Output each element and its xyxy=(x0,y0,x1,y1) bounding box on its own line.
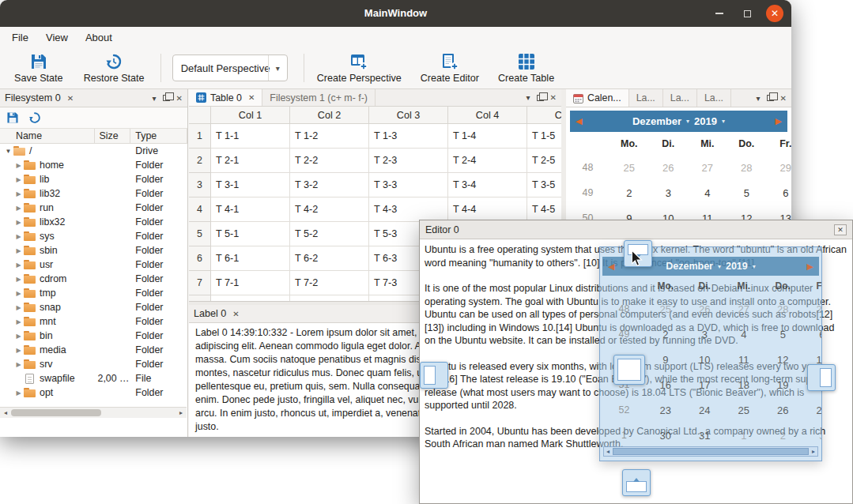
tree-row[interactable]: ▶cdromFolder xyxy=(0,272,187,286)
create-editor-button[interactable]: Create Editor xyxy=(421,52,479,84)
table-cell[interactable]: T 7-1 xyxy=(211,271,290,295)
table-cell[interactable]: T 8-1 xyxy=(211,295,290,302)
drop-indicator-bottom[interactable] xyxy=(622,469,651,496)
calendar-day[interactable]: 2 xyxy=(764,430,803,442)
float-icon[interactable] xyxy=(767,95,774,101)
tree-row[interactable]: ▶homeFolder xyxy=(0,158,187,172)
calendar-day[interactable]: 25 xyxy=(646,303,685,315)
month-select[interactable]: Dezember xyxy=(632,115,681,127)
calendar-day[interactable]: 23 xyxy=(646,404,685,416)
tree-row[interactable]: ▶tmpFolder xyxy=(0,286,187,300)
row-header[interactable]: 6 xyxy=(189,246,211,271)
calendar-day[interactable]: 5 xyxy=(727,187,767,199)
expand-icon[interactable]: ▶ xyxy=(13,205,24,212)
table-cell[interactable]: T 2-3 xyxy=(369,149,448,173)
tree-row[interactable]: ▶sysFolder xyxy=(0,229,187,243)
chevron-down-icon[interactable]: ▾ xyxy=(153,94,157,103)
calendar-day[interactable]: 3 xyxy=(685,329,725,340)
table-cell[interactable]: T 3-5 xyxy=(527,173,561,197)
table-cell[interactable]: T 4-1 xyxy=(211,197,290,222)
close-icon[interactable]: ✕ xyxy=(176,94,183,103)
column-header-type[interactable]: Type xyxy=(130,129,187,143)
column-header[interactable]: Col 2 xyxy=(290,107,369,123)
expand-icon[interactable]: ▶ xyxy=(13,318,24,325)
next-month-icon[interactable]: ▶ xyxy=(776,116,782,126)
close-icon[interactable]: ✕ xyxy=(232,310,239,318)
calendar-day[interactable]: 29 xyxy=(802,303,822,315)
calendar-day[interactable]: 27 xyxy=(802,404,822,416)
calendar-day[interactable]: 31 xyxy=(685,430,725,442)
tab-label-3[interactable]: La... xyxy=(697,89,731,107)
tree-row[interactable]: ▶libx32Folder xyxy=(0,215,187,229)
scrollbar-track[interactable] xyxy=(11,408,176,418)
horizontal-scrollbar[interactable]: ◂ ▸ xyxy=(0,407,187,418)
restore-state-button[interactable]: Restore State xyxy=(84,52,145,84)
year-select[interactable]: 2019 xyxy=(694,115,717,127)
table-cell[interactable]: T 3-4 xyxy=(448,173,527,197)
calendar-day[interactable]: 11 xyxy=(724,354,764,366)
tree-row[interactable]: ▶mntFolder xyxy=(0,314,187,329)
table-cell[interactable]: T 3-2 xyxy=(290,173,369,197)
float-icon[interactable] xyxy=(163,95,170,101)
table-cell[interactable]: T 2-1 xyxy=(211,149,290,173)
maximize-button[interactable] xyxy=(738,5,756,22)
calendar-day[interactable]: 5 xyxy=(764,329,803,340)
expand-icon[interactable]: ▶ xyxy=(13,190,24,197)
calendar-day[interactable]: 17 xyxy=(685,379,725,391)
calendar-day[interactable]: 28 xyxy=(764,303,803,315)
scroll-left-icon[interactable]: ◂ xyxy=(0,409,11,416)
expand-icon[interactable]: ▶ xyxy=(13,276,24,283)
row-header[interactable]: 1 xyxy=(189,124,211,149)
tab-table-0[interactable]: Table 0 ✕ xyxy=(189,89,262,106)
table-cell[interactable]: T 3-1 xyxy=(211,173,290,197)
column-header[interactable]: Col 1 xyxy=(211,107,290,123)
expand-icon[interactable]: ▶ xyxy=(13,361,24,368)
tree-row[interactable]: ▶runFolder xyxy=(0,201,187,215)
expand-icon[interactable]: ▶ xyxy=(13,176,24,183)
tree-row[interactable]: ▶sbinFolder xyxy=(0,243,187,258)
titlebar[interactable]: MainWindow ✕ xyxy=(0,0,791,27)
tab-label-2[interactable]: La... xyxy=(663,89,697,107)
filesystem-dock-titlebar[interactable]: Filesystem 0 ✕ ▾ ✕ xyxy=(0,89,187,107)
row-header[interactable]: 5 xyxy=(189,222,211,246)
row-header[interactable]: 8 xyxy=(189,295,211,302)
chevron-down-icon[interactable]: ▾ xyxy=(527,93,530,102)
expand-icon[interactable]: ▶ xyxy=(13,247,24,254)
tree-row[interactable]: swapfile2,00 …File xyxy=(0,371,187,386)
calendar-day[interactable]: 9 xyxy=(646,354,685,366)
table-cell[interactable]: T 6-1 xyxy=(211,246,290,271)
calendar-day[interactable]: 4 xyxy=(688,187,727,199)
calendar-day[interactable]: 1 xyxy=(724,430,764,442)
tree-row[interactable]: ▶libFolder xyxy=(0,172,187,186)
drop-indicator-center[interactable] xyxy=(613,355,645,385)
tree-row[interactable]: ▶optFolder xyxy=(0,386,187,400)
close-icon[interactable]: ✕ xyxy=(834,224,847,235)
calendar-day[interactable]: 28 xyxy=(727,162,767,174)
tree-row[interactable]: ▶usrFolder xyxy=(0,258,187,272)
tree-row[interactable]: ▼/Drive xyxy=(0,144,187,158)
tree-row[interactable]: ▶snapFolder xyxy=(0,300,187,314)
tree-row[interactable]: ▶mediaFolder xyxy=(0,343,187,357)
table-cell[interactable]: T 1-2 xyxy=(290,124,369,149)
calendar-day[interactable]: 27 xyxy=(724,303,764,315)
calendar-day[interactable]: 12 xyxy=(764,354,803,366)
calendar-day[interactable]: 3 xyxy=(802,430,822,442)
column-header[interactable]: Col 3 xyxy=(369,107,448,123)
calendar-day[interactable]: 29 xyxy=(766,162,791,174)
restore-icon[interactable] xyxy=(28,111,41,124)
expand-icon[interactable]: ▶ xyxy=(13,233,24,240)
calendar-day[interactable]: 26 xyxy=(764,404,803,416)
table-cell[interactable]: T 2-5 xyxy=(527,149,561,173)
column-header-name[interactable]: Name xyxy=(0,129,95,143)
row-header[interactable]: 3 xyxy=(189,173,211,197)
table-cell[interactable]: T 1-3 xyxy=(369,124,448,149)
calendar-day[interactable]: 19 xyxy=(764,379,803,391)
calendar-day[interactable]: 2 xyxy=(610,187,649,199)
expand-icon[interactable]: ▶ xyxy=(13,162,24,169)
drop-indicator-right[interactable] xyxy=(807,364,836,391)
table-cell[interactable]: T 1-4 xyxy=(448,124,527,149)
table-cell[interactable]: T 4-3 xyxy=(369,197,448,222)
close-icon[interactable]: ✕ xyxy=(67,94,74,103)
tab-label-1[interactable]: La... xyxy=(629,89,663,107)
table-cell[interactable]: T 1-1 xyxy=(211,124,290,149)
